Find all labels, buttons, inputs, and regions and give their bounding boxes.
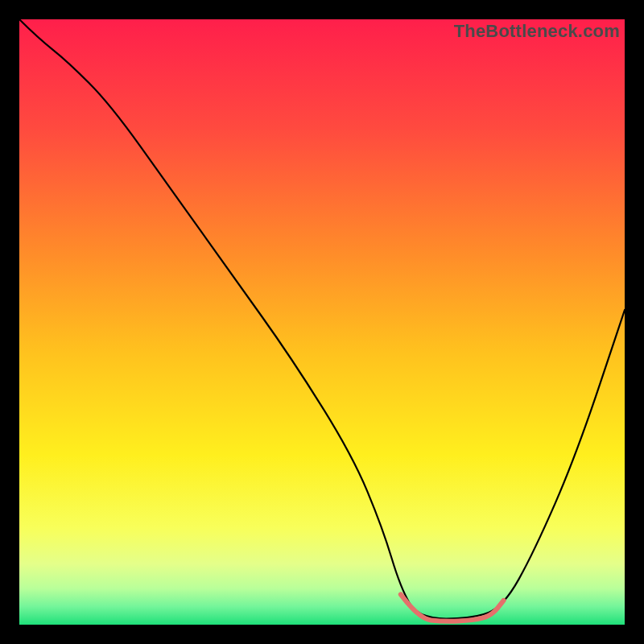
chart-frame: TheBottleneck.com bbox=[19, 19, 625, 625]
watermark-text: TheBottleneck.com bbox=[454, 21, 620, 42]
gradient-background bbox=[19, 19, 625, 625]
bottleneck-chart bbox=[19, 19, 625, 625]
